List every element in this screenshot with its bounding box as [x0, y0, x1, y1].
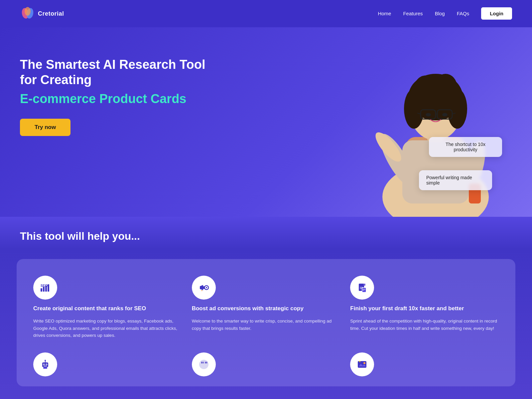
robot-icon-circle [33, 352, 57, 376]
nav-links: Home Features Blog FAQs Login [378, 11, 512, 17]
svg-rect-37 [363, 289, 365, 290]
nav-faqs[interactable]: FAQs [457, 11, 469, 16]
svg-point-2 [25, 7, 31, 16]
svg-text:": " [201, 360, 204, 368]
feature-ads-desc: Welcome to the smarter way to write cris… [192, 318, 340, 332]
ads-icon-circle [192, 276, 216, 300]
svg-rect-46 [44, 366, 47, 366]
nav-home[interactable]: Home [378, 11, 391, 16]
svg-text:": " [204, 360, 207, 368]
hero-right: Powerful writing made simple The shortcu… [206, 44, 512, 217]
feature-draft: Finish your first draft 10x faster and b… [350, 276, 499, 339]
svg-rect-26 [43, 287, 45, 292]
feature-draft-title: Finish your first draft 10x faster and b… [350, 305, 499, 312]
quote-icon: " " [198, 358, 210, 370]
seo-icon-circle: SEO [33, 276, 57, 300]
feature-image [350, 352, 499, 376]
svg-rect-35 [360, 288, 362, 289]
quote-icon-circle: " " [192, 352, 216, 376]
draft-icon-circle [350, 276, 374, 300]
svg-point-12 [434, 74, 457, 100]
nav-features[interactable]: Features [403, 11, 423, 16]
feature-ads-title: Boost ad conversions with strategic copy [192, 305, 340, 312]
feature-seo: SEO Create original content that ranks f… [33, 276, 182, 339]
feature-seo-title: Create original content that ranks for S… [33, 305, 182, 312]
login-button[interactable]: Login [481, 7, 512, 20]
robot-icon [39, 358, 51, 370]
ads-icon [198, 282, 210, 294]
float-card-productivity: The shortcut to 10x productivity [429, 137, 502, 157]
hero-title-line2: E-commerce Product Cards [20, 91, 206, 107]
svg-rect-47 [43, 367, 47, 369]
draft-icon [356, 282, 368, 294]
svg-point-42 [44, 364, 44, 365]
svg-rect-27 [45, 286, 47, 292]
svg-rect-38 [363, 290, 364, 291]
svg-point-31 [206, 287, 207, 288]
features-section: SEO Create original content that ranks f… [0, 249, 532, 399]
logo[interactable]: Cretorial [20, 6, 64, 21]
hero-section: The Smartest AI Research Tool for Creati… [0, 27, 532, 217]
logo-text: Cretorial [38, 10, 64, 17]
feature-seo-desc: Write SEO optimized marketing copy for b… [33, 318, 182, 339]
nav-blog[interactable]: Blog [435, 11, 445, 16]
feature-ads: Boost ad conversions with strategic copy… [192, 276, 340, 339]
hero-left: The Smartest AI Research Tool for Creati… [20, 44, 206, 136]
help-section: This tool will help you... [0, 217, 532, 249]
svg-point-18 [426, 113, 431, 116]
svg-rect-25 [41, 288, 42, 292]
hero-person-illustration [366, 44, 505, 217]
feature-robot [33, 352, 182, 376]
svg-rect-28 [48, 284, 49, 292]
hero-title-line1: The Smartest AI Research Tool for Creati… [20, 57, 206, 87]
help-title: This tool will help you... [20, 230, 512, 242]
svg-point-52 [363, 362, 365, 364]
features-card: SEO Create original content that ranks f… [17, 259, 515, 386]
logo-icon [20, 6, 35, 21]
float-card-writing: Powerful writing made simple [419, 170, 492, 190]
svg-point-43 [46, 364, 47, 365]
image-icon [356, 358, 368, 370]
try-now-button[interactable]: Try now [20, 119, 70, 136]
navbar: Cretorial Home Features Blog FAQs Login [0, 0, 532, 27]
feature-quote: " " [192, 352, 340, 376]
svg-rect-51 [358, 361, 366, 368]
seo-icon: SEO [39, 282, 51, 294]
feature-draft-desc: Sprint ahead of the competition with hig… [350, 318, 499, 332]
svg-point-11 [414, 75, 437, 102]
svg-point-45 [45, 360, 46, 361]
svg-point-19 [442, 113, 448, 116]
image-icon-circle [350, 352, 374, 376]
